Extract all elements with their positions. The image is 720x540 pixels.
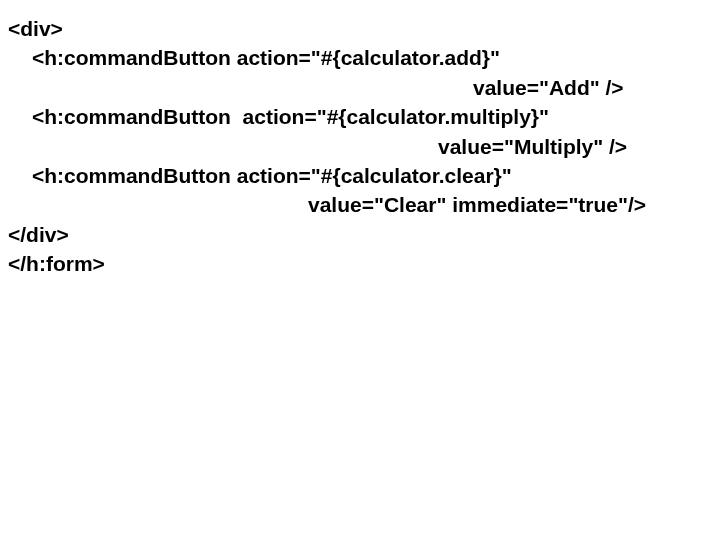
code-line: value="Add" /> [8,73,720,102]
code-line: <h:commandButton action="#{calculator.ad… [8,43,720,72]
code-line: </div> [8,220,720,249]
code-line: value="Multiply" /> [8,132,720,161]
code-line: <div> [8,14,720,43]
code-line: </h:form> [8,249,720,278]
code-line: <h:commandButton action="#{calculator.mu… [8,102,720,131]
code-line: <h:commandButton action="#{calculator.cl… [8,161,720,190]
code-snippet: <div> <h:commandButton action="#{calcula… [0,0,720,279]
code-line: value="Clear" immediate="true"/> [8,190,720,219]
